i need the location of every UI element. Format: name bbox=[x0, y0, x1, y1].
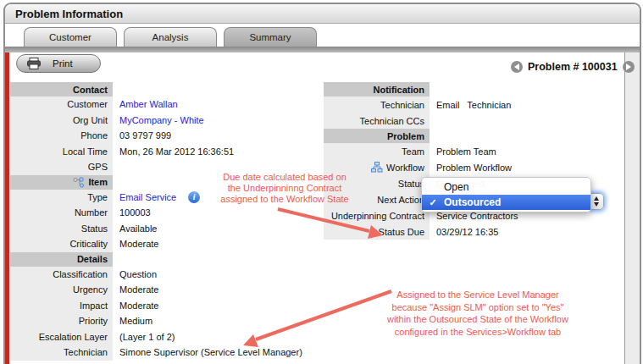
field-label-text: Workflow bbox=[386, 163, 424, 173]
field-row-classification: ClassificationQuestion bbox=[10, 267, 325, 283]
field-label: Impact bbox=[10, 298, 113, 314]
field-row-number: Number100003 bbox=[10, 205, 325, 221]
next-arrow-icon bbox=[626, 63, 631, 70]
field-label-text: Phone bbox=[80, 130, 108, 141]
tab-customer[interactable]: Customer bbox=[24, 27, 117, 47]
stepper-down-icon bbox=[594, 202, 599, 207]
field-value: Available bbox=[113, 221, 325, 237]
field-label: Org Unit bbox=[10, 113, 113, 129]
section-header-contact: Contact bbox=[10, 82, 325, 97]
field-label-text: Status Due bbox=[379, 227, 424, 237]
field-value: (Layer 1 of 2) bbox=[113, 329, 325, 345]
field-value: 03/29/12 16:35 bbox=[430, 223, 624, 240]
prev-problem-button[interactable] bbox=[511, 61, 523, 73]
field-label-text: Problem bbox=[387, 131, 424, 141]
section-header-details: Details bbox=[10, 252, 325, 267]
tab-analysis[interactable]: Analysis bbox=[124, 27, 217, 47]
field-label: Technician bbox=[324, 97, 430, 113]
prev-arrow-icon bbox=[514, 63, 519, 70]
field-value: Question bbox=[113, 267, 325, 283]
field-value-link[interactable]: Amber Wallan bbox=[119, 99, 178, 109]
annotation-line: Due date calculated based on bbox=[208, 172, 361, 183]
field-label: Urgency bbox=[10, 282, 113, 298]
print-button-label: Print bbox=[53, 58, 73, 69]
field-row-criticality: CriticalityModerate bbox=[10, 236, 325, 252]
field-label: Priority bbox=[10, 313, 113, 329]
field-value: 100003 bbox=[113, 205, 325, 221]
field-label-text: Classification bbox=[53, 269, 108, 279]
field-label-text: Org Unit bbox=[73, 115, 108, 125]
field-label-text: Team bbox=[402, 146, 424, 157]
field-value-link[interactable]: MyCompany - White bbox=[119, 115, 204, 125]
field-label-text: Urgency bbox=[73, 284, 108, 295]
field-value-text: 03/29/12 16:35 bbox=[436, 227, 498, 237]
field-value-text: Medium bbox=[119, 316, 152, 326]
field-label: Criticality bbox=[10, 236, 113, 252]
field-label-text: Status bbox=[81, 223, 108, 234]
field-label-text: Underpinning Contract bbox=[331, 211, 424, 221]
field-value-text: Problem Team bbox=[436, 146, 496, 157]
menu-item-open[interactable]: ✓Open bbox=[422, 179, 590, 195]
field-label: Status bbox=[10, 221, 113, 237]
field-value-text: (Layer 1 of 2) bbox=[119, 332, 175, 342]
field-value bbox=[430, 113, 624, 129]
field-value-text: Moderate bbox=[119, 284, 158, 295]
section-header-notification: Notification bbox=[324, 82, 624, 97]
field-value-text: Problem Workflow bbox=[436, 163, 512, 173]
tab-summary[interactable]: Summary bbox=[224, 27, 317, 47]
annotation-due-date: Due date calculated based onthe Underpin… bbox=[208, 172, 361, 205]
field-value: 03 9797 999 bbox=[113, 128, 325, 144]
field-row-priority: PriorityMedium bbox=[10, 313, 325, 329]
field-value-text: 100003 bbox=[119, 207, 151, 218]
field-row-urgency: UrgencyModerate bbox=[10, 282, 325, 298]
field-value: Mon, 26 Mar 2012 16:36:51 bbox=[113, 144, 325, 160]
field-label: Details bbox=[10, 252, 113, 267]
field-row-team: TeamProblem Team bbox=[324, 143, 624, 159]
summary-content: Print Problem # 100031 ContactCustomerAm… bbox=[5, 52, 640, 364]
field-label: Escalation Layer bbox=[10, 329, 113, 345]
field-label: Customer bbox=[10, 97, 113, 113]
menu-item-outsourced[interactable]: ✓Outsourced bbox=[422, 195, 590, 210]
field-value bbox=[113, 82, 325, 97]
field-value-text: Moderate bbox=[119, 301, 158, 311]
next-action-dropdown-menu: ✓Open✓Outsourced bbox=[421, 177, 591, 212]
field-label-text: Technician bbox=[64, 347, 108, 357]
field-label-text: Details bbox=[77, 254, 108, 264]
field-label-text: Escalation Layer bbox=[39, 332, 108, 342]
field-value-link[interactable]: Email Service bbox=[119, 192, 176, 202]
field-label-text: Customer bbox=[67, 99, 108, 109]
problem-navigator: Problem # 100031 bbox=[511, 61, 635, 73]
field-label-text: Technician bbox=[380, 100, 424, 110]
field-label-text: Criticality bbox=[69, 239, 108, 249]
field-label: Item bbox=[10, 175, 113, 190]
annotation-line: within the Outsourced State of the Workf… bbox=[354, 313, 601, 326]
info-icon[interactable]: i bbox=[188, 191, 200, 203]
field-label: Contact bbox=[10, 82, 113, 97]
field-label: Underpinning Contract bbox=[324, 207, 430, 223]
stepper-up-icon bbox=[594, 196, 599, 201]
field-label: Notification bbox=[324, 82, 430, 97]
field-value-text: Mon, 26 Mar 2012 16:36:51 bbox=[119, 146, 234, 157]
field-row-status: StatusAvailable bbox=[10, 221, 325, 237]
workflow-icon bbox=[371, 162, 383, 173]
field-row-local-time: Local TimeMon, 26 Mar 2012 16:36:51 bbox=[10, 144, 325, 160]
scrollbar-track[interactable] bbox=[624, 52, 640, 364]
field-label: Problem bbox=[324, 129, 430, 143]
field-value-text: Simone Supervisor (Service Level Manager… bbox=[119, 347, 302, 357]
field-row-technician-ccs: Technician CCs bbox=[324, 113, 624, 129]
next-problem-button[interactable] bbox=[623, 61, 635, 73]
printer-icon bbox=[27, 58, 41, 69]
checkmark-icon: ✓ bbox=[422, 197, 444, 208]
field-value: Problem Team bbox=[430, 143, 624, 159]
field-label-text: Number bbox=[75, 207, 108, 218]
panel-accent-strip bbox=[5, 52, 9, 364]
field-row-phone: Phone03 9797 999 bbox=[10, 128, 325, 144]
field-label-text: Type bbox=[87, 192, 108, 202]
right-field-table: NotificationTechnicianEmail TechnicianTe… bbox=[324, 82, 624, 240]
print-button[interactable]: Print bbox=[16, 54, 101, 73]
field-value: Email Technician bbox=[430, 97, 624, 113]
field-label-text: Contact bbox=[73, 85, 108, 95]
field-label-text: Local Time bbox=[63, 146, 108, 157]
field-label-text: Impact bbox=[80, 301, 108, 311]
field-label: Technician bbox=[10, 345, 113, 361]
